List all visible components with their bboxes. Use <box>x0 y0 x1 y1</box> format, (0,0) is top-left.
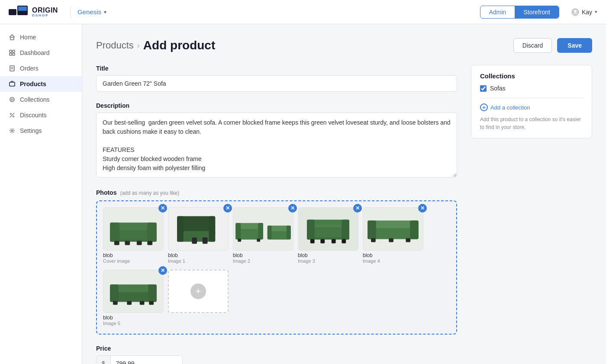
right-panel: Collections Sofas + Add a collection Add… <box>471 65 592 364</box>
sidebar-collections-label: Collections <box>20 96 49 103</box>
user-menu[interactable]: Kay ▾ <box>571 8 597 16</box>
admin-view-button[interactable]: Admin <box>480 6 515 18</box>
sofas-checkbox[interactable] <box>480 85 487 92</box>
add-photo-icon: + <box>190 283 206 299</box>
photo-remove-2[interactable]: ✕ <box>288 204 297 213</box>
sidebar-item-products[interactable]: Products <box>0 76 82 92</box>
form-left: Title Description Our best-selling garde… <box>96 65 457 364</box>
svg-rect-9 <box>10 66 14 71</box>
svg-rect-4 <box>10 37 14 40</box>
svg-rect-0 <box>9 9 16 15</box>
svg-rect-60 <box>367 220 376 239</box>
sidebar-item-settings[interactable]: Settings <box>0 123 82 139</box>
sidebar-item-dashboard[interactable]: Dashboard <box>0 45 82 61</box>
svg-rect-46 <box>287 225 291 239</box>
save-button[interactable]: Save <box>557 38 592 53</box>
storefront-view-button[interactable]: Storefront <box>515 6 558 18</box>
photo-remove-0[interactable]: ✕ <box>158 204 167 213</box>
svg-rect-23 <box>147 222 157 242</box>
svg-rect-50 <box>307 219 315 239</box>
photo-thumb-1 <box>168 207 229 251</box>
svg-rect-56 <box>315 225 342 237</box>
svg-rect-39 <box>235 223 241 239</box>
products-icon <box>9 81 16 87</box>
photo-item-0: ✕ <box>103 207 164 265</box>
svg-rect-55 <box>342 239 346 244</box>
svg-line-17 <box>10 113 14 117</box>
store-selector[interactable]: Genesis ▾ <box>77 8 106 16</box>
description-textarea[interactable]: Our best-selling garden green velvet sof… <box>96 113 457 177</box>
settings-icon <box>9 127 16 134</box>
svg-rect-52 <box>310 239 315 244</box>
svg-rect-62 <box>371 238 376 242</box>
user-name: Kay <box>582 9 592 16</box>
svg-rect-53 <box>320 239 325 244</box>
logo-divider <box>70 6 71 18</box>
title-input[interactable] <box>96 75 457 92</box>
svg-point-13 <box>10 97 14 102</box>
main-layout: Home Dashboard Orders Products <box>0 24 606 364</box>
svg-rect-8 <box>13 53 15 55</box>
svg-rect-61 <box>410 220 419 239</box>
svg-rect-24 <box>114 241 119 245</box>
svg-rect-7 <box>10 53 12 55</box>
svg-rect-41 <box>238 239 241 242</box>
svg-rect-69 <box>148 284 157 302</box>
price-row: Price $ <box>96 345 457 364</box>
svg-rect-54 <box>332 239 336 244</box>
svg-rect-40 <box>258 223 263 239</box>
svg-rect-63 <box>389 238 393 242</box>
collections-panel-title: Collections <box>480 72 583 80</box>
add-photo-area: + <box>168 270 229 328</box>
sidebar-settings-label: Settings <box>20 127 42 134</box>
price-input[interactable] <box>111 356 183 364</box>
sidebar-item-orders[interactable]: Orders <box>0 61 82 76</box>
photo-thumb-4 <box>363 207 423 251</box>
add-collection-label: Add a collection <box>490 104 530 111</box>
form-main: Title Description Our best-selling garde… <box>96 65 592 364</box>
photos-hint: (add as many as you like) <box>120 190 179 196</box>
svg-rect-73 <box>149 301 154 305</box>
dashboard-icon <box>9 49 16 56</box>
svg-point-3 <box>574 10 577 13</box>
svg-rect-42 <box>257 239 260 242</box>
photo-caption-4: Image 4 <box>363 258 423 264</box>
page-header: Products › Add product Discard Save <box>96 38 592 53</box>
svg-rect-34 <box>177 216 184 242</box>
svg-point-16 <box>13 116 14 117</box>
sidebar-home-label: Home <box>20 34 36 41</box>
photo-remove-3[interactable]: ✕ <box>353 204 362 213</box>
svg-rect-70 <box>113 301 118 305</box>
photo-filename-2: blob <box>233 252 293 258</box>
header-actions: Discard Save <box>513 38 592 53</box>
svg-rect-72 <box>140 301 145 305</box>
photo-item-3: ✕ <box>298 207 358 265</box>
sidebar-item-collections[interactable]: Collections <box>0 92 82 107</box>
add-photo-button[interactable]: + <box>168 270 229 313</box>
sidebar: Home Dashboard Orders Products <box>0 24 82 364</box>
svg-point-14 <box>11 99 13 100</box>
photo-item-4: ✕ <box>363 207 423 265</box>
svg-rect-45 <box>268 225 272 239</box>
photo-caption-2: Image 2 <box>233 258 293 264</box>
sofas-label[interactable]: Sofas <box>490 85 506 92</box>
user-avatar-icon <box>571 8 579 16</box>
photo-remove-1[interactable]: ✕ <box>223 204 232 213</box>
sidebar-orders-label: Orders <box>20 65 39 72</box>
photo-thumb-3 <box>298 207 358 251</box>
sidebar-item-home[interactable]: Home <box>0 29 82 45</box>
breadcrumb-parent[interactable]: Products <box>96 40 134 51</box>
description-row: Description Our best-selling garden gree… <box>96 102 457 179</box>
svg-rect-64 <box>406 238 410 242</box>
svg-rect-51 <box>342 219 349 239</box>
photo-thumb-2 <box>233 207 293 251</box>
photo-remove-4[interactable]: ✕ <box>418 204 427 213</box>
photo-filename-3: blob <box>298 252 358 258</box>
photo-remove-5[interactable]: ✕ <box>158 266 167 275</box>
add-collection-button[interactable]: + Add a collection <box>480 103 530 111</box>
photo-caption-1: Image 1 <box>168 258 229 264</box>
title-label: Title <box>96 65 457 72</box>
sidebar-item-discounts[interactable]: Discounts <box>0 107 82 123</box>
discard-button[interactable]: Discard <box>513 38 552 53</box>
add-collection-hint: Add this product to a collection so it's… <box>480 116 583 131</box>
